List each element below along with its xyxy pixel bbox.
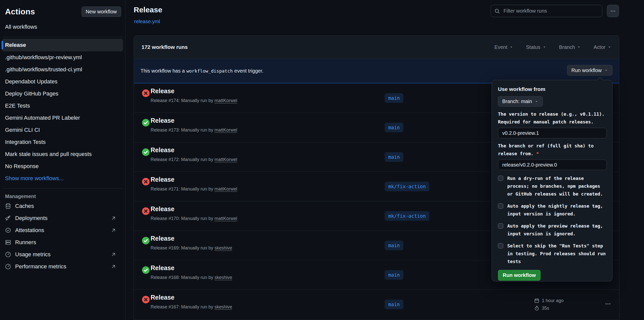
checkbox-row: Run a dry-run of the release process; no… [498,174,606,198]
run-subtitle-text: Release #171: Manually run by [151,186,214,191]
run-subtitle-text: Release #174: Manually run by [151,98,214,103]
filter-dropdown-label: Branch [559,44,575,50]
ref-input[interactable] [498,159,607,170]
sidebar-item-workflow[interactable]: Mark stale issues and pull requests [2,148,123,160]
branch-badge[interactable]: main [385,93,403,103]
stopwatch-icon [534,306,539,311]
branch-badge[interactable]: main [385,152,403,162]
new-workflow-button[interactable]: New workflow [81,7,121,17]
run-subtitle: Release #169: Manually run by skeshive [151,245,232,251]
actor-link[interactable]: mattKorwel [214,216,237,221]
sidebar-item-label: Caches [15,203,34,209]
check-circle-icon [142,119,150,126]
actor-link[interactable]: mattKorwel [214,98,237,103]
branch-badge[interactable]: mk/fix-action [385,211,429,221]
sidebar-item-management[interactable]: Performance metrics [2,261,123,273]
run-workflow-dropdown-button[interactable]: Run workflow [567,65,612,76]
run-title-link[interactable]: Release [151,264,175,272]
filter-dropdown[interactable]: Event [494,44,513,50]
kebab-horizontal-icon [605,301,611,307]
checkbox[interactable] [498,223,503,229]
triangle-down-icon [535,100,539,104]
sidebar-item-management[interactable]: Runners [2,236,123,248]
branch-badge[interactable]: main [385,241,403,250]
sidebar-item-label: Integration Tests [5,139,46,145]
filter-dropdown-label: Event [494,44,507,50]
run-title-link[interactable]: Release [151,176,175,183]
sidebar-item-label: Gemini CLI CI [5,127,40,133]
version-input[interactable] [498,128,607,138]
filter-dropdown[interactable]: Branch [559,44,581,50]
sidebar-item-workflow[interactable]: Release [2,39,123,51]
sidebar-item-workflow[interactable]: Show more workflows... [2,172,123,184]
run-subtitle: Release #172: Manually run by mattKorwel [151,157,237,162]
x-circle-icon [142,207,150,215]
branch-badge[interactable]: main [385,123,403,132]
sidebar-item-workflow[interactable]: Gemini Automated PR Labeler [2,112,123,124]
sidebar-item-workflow[interactable]: Dependabot Updates [2,76,123,88]
filter-dropdown[interactable]: Status [526,44,546,50]
branch-badge[interactable]: main [385,270,403,280]
run-title-link[interactable]: Release [151,146,175,154]
run-title-link[interactable]: Release [151,87,175,95]
branch-badge[interactable]: main [385,300,403,309]
search-icon [494,8,500,14]
sidebar-item-management[interactable]: Attestations [2,224,123,236]
runs-header: 172 workflow runs Event Status Branch Ac… [134,36,619,59]
checkbox-label: Auto apply the preview release tag, inpu… [507,222,606,238]
version-help-text: The version to release (e.g., v0.1.11). … [498,110,607,126]
sidebar-item-label: Gemini Automated PR Labeler [5,115,80,121]
actor-link[interactable]: skeshive [214,275,232,280]
run-subtitle-text: Release #170: Manually run by [151,216,214,221]
workflow-file-link[interactable]: release.yml [134,19,160,24]
sidebar-item-all-workflows[interactable]: All workflows [2,21,123,33]
checkbox[interactable] [498,176,503,181]
actor-link[interactable]: mattKorwel [214,157,237,162]
sidebar-item-label: Runners [15,239,36,246]
check-circle-icon [142,237,150,244]
run-workflow-submit-button[interactable]: Run workflow [498,270,541,281]
filter-dropdown[interactable]: Actor [594,44,611,50]
run-duration: 35s [542,306,549,311]
filter-workflow-runs-box [491,5,602,17]
actor-link[interactable]: mattKorwel [214,127,237,133]
actor-link[interactable]: skeshive [214,304,232,309]
checkbox[interactable] [498,203,503,209]
x-circle-icon [142,296,150,303]
run-title-link[interactable]: Release [151,205,175,213]
checkbox-label: Select to skip the "Run Tests" step in t… [507,242,606,265]
run-workflow-popover: Use workflow from Branch: main The versi… [492,80,612,281]
run-subtitle: Release #174: Manually run by mattKorwel [151,98,237,103]
rocket-icon [5,215,11,221]
sidebar-item-label: Show more workflows... [5,175,64,182]
sidebar-item-workflow[interactable]: Integration Tests [2,136,123,148]
sidebar-item-workflow[interactable]: Gemini CLI CI [2,124,123,136]
branch-select-button[interactable]: Branch: main [498,96,543,107]
sidebar-divider [3,188,122,188]
workflow-options-button[interactable] [607,5,619,17]
sidebar-item-workflow[interactable]: .github/workflows/pr-review.yml [2,51,123,63]
run-title-link[interactable]: Release [151,235,175,242]
sidebar-item-management[interactable]: Caches [2,200,123,212]
sidebar-item-workflow[interactable]: No Response [2,160,123,172]
sidebar-item-workflow[interactable]: E2E Tests [2,100,123,112]
workflow-run-row[interactable]: Release Release #167: Manually run by sk… [134,290,619,319]
checkbox[interactable] [498,243,503,248]
banner-text: event trigger. [234,68,264,74]
banner-code: workflow_dispatch [185,68,234,74]
kebab-horizontal-icon [610,8,616,14]
sidebar-item-workflow[interactable]: .github/workflows/trusted-ci.yml [2,63,123,76]
filter-workflow-runs-input[interactable] [503,8,599,14]
run-title-link[interactable]: Release [151,117,175,124]
branch-badge[interactable]: mk/fix-action [385,182,429,191]
workflow-nav: All workflows Release .github/workflows/… [2,21,123,273]
actor-link[interactable]: skeshive [214,245,232,250]
run-options-button[interactable] [605,301,611,307]
page-title: Release [134,6,162,14]
sidebar-item-management[interactable]: Usage metrics [2,248,123,261]
sidebar-item-management[interactable]: Deployments [2,212,123,224]
run-title-link[interactable]: Release [151,294,175,301]
actor-link[interactable]: mattKorwel [214,186,237,191]
sidebar-item-workflow[interactable]: Deploy GitHub Pages [2,88,123,100]
management-heading: Management [2,193,123,200]
